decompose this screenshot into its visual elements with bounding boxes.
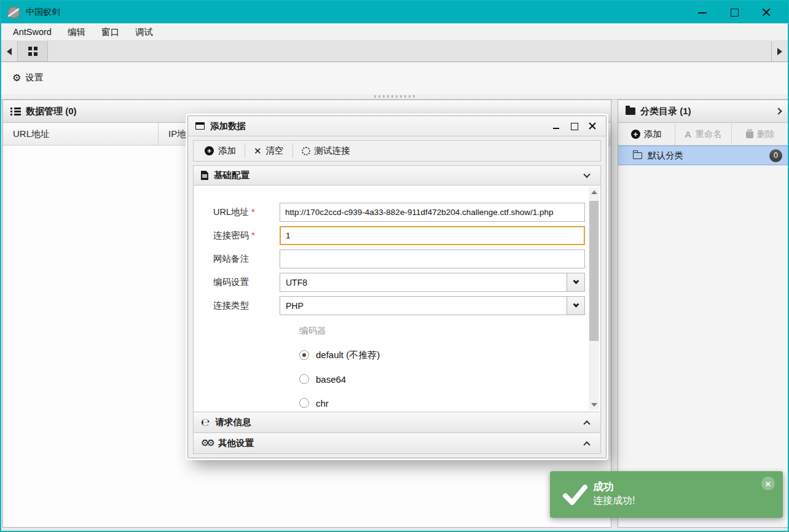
section-basic-config-content: URL地址* 连接密码* 网站备注	[194, 185, 600, 412]
section-request-info-title: 请求信息	[216, 417, 251, 428]
category-add-button[interactable]: + 添加	[618, 123, 675, 145]
encoding-select[interactable]: UTF8	[280, 273, 585, 292]
section-other-settings-header[interactable]: ⚙⚙ 其他设置	[194, 432, 600, 453]
list-icon	[10, 108, 21, 115]
dialog-test-connection-button[interactable]: 测试连接	[292, 144, 359, 158]
close-button[interactable]	[762, 8, 771, 17]
plus-circle-icon: +	[631, 130, 640, 139]
settings-row: ⚙ 设置	[1, 62, 788, 94]
password-field-label: 连接密码*	[213, 230, 280, 241]
toast-message: 连接成功!	[593, 495, 635, 507]
dialog-toolbar: + 添加 ✕ 清空 测试连接	[193, 140, 601, 162]
category-add-label: 添加	[644, 128, 662, 140]
category-toolbar: + 添加 A 重命名 删除	[618, 123, 788, 146]
encoder-option-base64[interactable]: base64	[299, 374, 600, 385]
connection-type-select[interactable]: PHP	[280, 296, 585, 315]
category-rename-button[interactable]: A 重命名	[675, 123, 732, 145]
chevron-down-icon	[583, 171, 590, 178]
category-delete-button[interactable]: 删除	[731, 123, 788, 145]
category-item-label: 默认分类	[648, 150, 683, 162]
app-window: 中国蚁剑 AntSword 编辑 窗口 调试 ⚙ 设置 数据管理 (0	[0, 0, 789, 532]
tab-scroll-left-button[interactable]	[1, 41, 18, 61]
url-input[interactable]	[280, 203, 585, 222]
encoder-option-chr[interactable]: chr	[299, 397, 600, 409]
check-icon	[562, 482, 588, 507]
radio-selected-icon[interactable]	[299, 350, 309, 360]
required-asterisk: *	[251, 230, 255, 240]
grid-icon	[28, 47, 37, 56]
horizontal-splitter[interactable]	[1, 94, 788, 100]
section-request-info-header[interactable]: ℮ 请求信息	[194, 412, 600, 432]
chevron-up-icon	[583, 441, 590, 448]
radio-icon[interactable]	[299, 374, 309, 384]
note-input[interactable]	[280, 249, 585, 268]
tabbar	[1, 41, 788, 62]
dialog-accordion: 基础配置 URL地址* 连接密码*	[193, 165, 601, 454]
section-basic-config-header[interactable]: 基础配置	[194, 166, 600, 185]
chevron-up-icon	[583, 420, 590, 427]
category-item-default[interactable]: 默认分类 0	[618, 146, 788, 165]
category-sidebar-header: 分类目录 (1)	[618, 100, 788, 123]
tab-scroll-right-button[interactable]	[771, 41, 788, 61]
maximize-button[interactable]	[730, 8, 739, 17]
menubar: AntSword 编辑 窗口 调试	[1, 23, 788, 41]
radio-icon[interactable]	[299, 398, 309, 408]
dialog-test-label: 测试连接	[315, 145, 350, 157]
folder-icon	[626, 108, 635, 115]
settings-button[interactable]: ⚙ 设置	[12, 72, 43, 84]
triangle-down-icon	[591, 403, 597, 407]
section-basic-config-title: 基础配置	[214, 170, 249, 181]
category-count-badge: 0	[769, 149, 782, 162]
window-icon	[195, 122, 205, 130]
scroll-down-button[interactable]	[589, 400, 599, 410]
folder-open-icon	[633, 152, 642, 159]
encoding-field-label: 编码设置	[213, 276, 280, 288]
window-title: 中国蚁剑	[26, 7, 60, 18]
note-field-label: 网站备注	[213, 253, 280, 265]
encoding-select-value: UTF8	[280, 278, 307, 288]
encoding-select-button[interactable]	[567, 273, 584, 291]
dialog-close-button[interactable]	[589, 122, 596, 130]
menu-debug[interactable]: 调试	[127, 24, 161, 41]
dialog-minimize-button[interactable]	[553, 122, 560, 130]
dialog-add-label: 添加	[218, 145, 236, 157]
scrollbar-thumb[interactable]	[589, 201, 599, 341]
toast-title: 成功	[593, 480, 614, 494]
chevron-right-icon[interactable]	[775, 108, 782, 114]
dialog-title: 添加数据	[210, 120, 246, 132]
toast-close-button[interactable]	[761, 477, 775, 490]
chevron-down-icon	[573, 302, 579, 308]
minimize-button[interactable]	[698, 8, 707, 17]
column-header-url[interactable]: URL地址	[3, 123, 159, 145]
settings-button-label: 设置	[25, 72, 43, 84]
data-panel-title: 数据管理 (0)	[26, 106, 77, 117]
menu-antsword[interactable]: AntSword	[5, 25, 60, 39]
antsword-logo-icon	[7, 6, 20, 19]
dialog-add-button[interactable]: + 添加	[196, 144, 245, 158]
menu-edit[interactable]: 编辑	[60, 24, 93, 41]
success-toast: 成功 连接成功!	[550, 471, 783, 518]
spinner-icon	[302, 147, 310, 155]
window-titlebar: 中国蚁剑	[1, 1, 788, 23]
encoder-option-default[interactable]: default (不推荐)	[299, 350, 600, 361]
trash-icon	[746, 130, 753, 138]
connection-type-select-button[interactable]	[567, 297, 584, 315]
rename-icon: A	[685, 129, 691, 139]
category-rename-label: 重命名	[695, 128, 722, 140]
connection-type-select-value: PHP	[280, 301, 304, 311]
dialog-clear-label: 清空	[266, 145, 284, 157]
dialog-titlebar[interactable]: 添加数据	[188, 116, 606, 136]
dialog-clear-button[interactable]: ✕ 清空	[245, 144, 292, 158]
plus-circle-icon: +	[205, 146, 214, 155]
section-other-settings-title: 其他设置	[218, 437, 254, 449]
menu-window[interactable]: 窗口	[93, 24, 127, 41]
scroll-up-button[interactable]	[589, 187, 599, 197]
dialog-scrollbar[interactable]	[589, 187, 599, 410]
arrow-right-icon	[777, 48, 782, 55]
password-input[interactable]	[280, 226, 585, 245]
dialog-maximize-button[interactable]	[571, 122, 578, 130]
category-sidebar: 分类目录 (1) + 添加 A 重命名 删除 默认分类 0	[618, 100, 789, 528]
tab-home[interactable]	[18, 41, 48, 61]
splitter-handle-icon	[374, 95, 415, 98]
category-sidebar-title: 分类目录 (1)	[640, 106, 691, 117]
